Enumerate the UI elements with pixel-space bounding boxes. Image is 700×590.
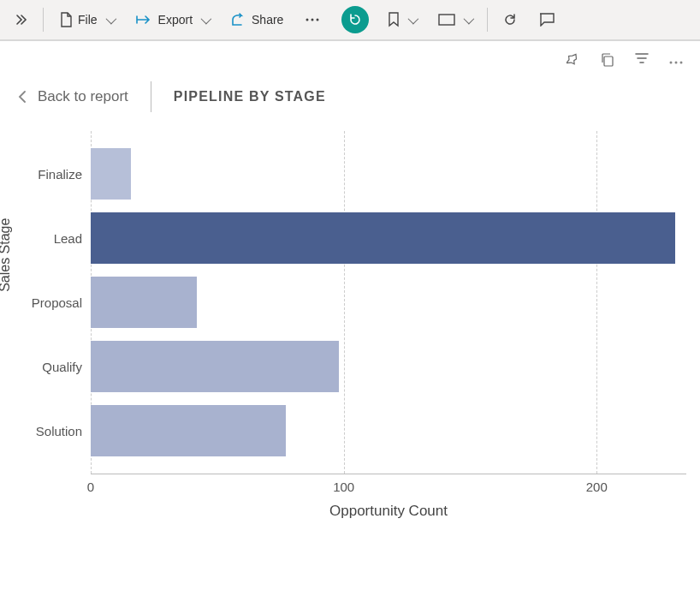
svg-rect-3	[439, 15, 454, 25]
bar-row: Finalize	[91, 146, 686, 202]
pin-button[interactable]	[563, 50, 584, 73]
svg-point-7	[680, 62, 683, 64]
filter-button[interactable]	[632, 50, 652, 73]
file-menu[interactable]: File	[50, 7, 122, 33]
svg-point-0	[306, 19, 309, 21]
share-label: Share	[252, 13, 283, 27]
reset-button[interactable]	[341, 6, 369, 33]
view-icon	[438, 14, 455, 26]
bar[interactable]	[91, 341, 339, 392]
category-label: Lead	[29, 231, 91, 246]
expand-ribbon-button[interactable]	[7, 9, 36, 31]
comments-button[interactable]	[531, 8, 563, 32]
refresh-button[interactable]	[495, 8, 525, 32]
bar-row: Qualify	[91, 338, 686, 395]
bar[interactable]	[91, 212, 675, 264]
bookmark-menu[interactable]	[379, 7, 424, 33]
pin-icon	[567, 53, 580, 67]
copy-icon	[601, 53, 614, 67]
comment-icon	[539, 13, 555, 27]
header-divider	[151, 81, 151, 112]
back-to-report-button[interactable]: Back to report	[17, 88, 128, 105]
bar[interactable]	[91, 277, 197, 328]
export-menu[interactable]: Export	[128, 8, 217, 32]
svg-point-6	[675, 62, 678, 64]
back-label: Back to report	[38, 88, 128, 105]
reset-icon	[348, 13, 362, 27]
top-menubar: File Export Share	[0, 0, 700, 41]
share-icon	[231, 13, 246, 27]
svg-point-2	[317, 19, 319, 21]
category-label: Proposal	[29, 295, 91, 310]
bar-row: Proposal	[91, 274, 686, 331]
chart-title: PIPELINE BY STAGE	[174, 89, 326, 104]
svg-point-1	[311, 19, 314, 21]
bars-group: FinalizeLeadProposalQualifySolution	[91, 131, 686, 474]
y-axis-label: Sales Stage	[0, 218, 13, 292]
export-icon	[136, 14, 153, 26]
share-button[interactable]: Share	[222, 8, 292, 32]
category-label: Qualify	[29, 360, 91, 374]
bar-row: Solution	[91, 402, 686, 459]
file-label: File	[78, 13, 98, 27]
x-axis: 0100200	[91, 474, 686, 499]
view-menu[interactable]	[430, 9, 480, 31]
svg-rect-4	[604, 57, 613, 66]
chart-container: Sales Stage FinalizeLeadProposalQualifyS…	[0, 126, 700, 516]
chart-header: Back to report PIPELINE BY STAGE	[0, 73, 700, 126]
refresh-icon	[503, 13, 517, 27]
x-tick: 200	[586, 480, 608, 494]
menu-divider	[43, 8, 44, 32]
bar-row: Lead	[91, 210, 686, 266]
bookmark-icon	[388, 12, 400, 27]
x-tick: 100	[333, 480, 354, 494]
ellipsis-icon	[669, 61, 683, 64]
chevron-left-icon	[17, 91, 27, 103]
chevron-double-right-icon	[15, 14, 27, 26]
more-options-button[interactable]	[666, 50, 686, 73]
file-icon	[59, 12, 73, 27]
bar[interactable]	[91, 405, 286, 456]
export-label: Export	[158, 13, 193, 27]
plot-area: FinalizeLeadProposalQualifySolution 0100…	[91, 131, 686, 499]
x-axis-label: Opportunity Count	[91, 503, 686, 520]
visual-actions	[0, 41, 700, 73]
svg-point-5	[670, 62, 673, 64]
copy-button[interactable]	[597, 50, 618, 73]
more-menu[interactable]	[297, 13, 328, 27]
menu-divider	[487, 8, 488, 32]
category-label: Finalize	[29, 167, 91, 182]
ellipsis-icon	[306, 18, 319, 21]
filter-icon	[635, 53, 649, 65]
bar[interactable]	[91, 148, 131, 200]
category-label: Solution	[29, 424, 91, 438]
x-tick: 0	[87, 480, 94, 494]
